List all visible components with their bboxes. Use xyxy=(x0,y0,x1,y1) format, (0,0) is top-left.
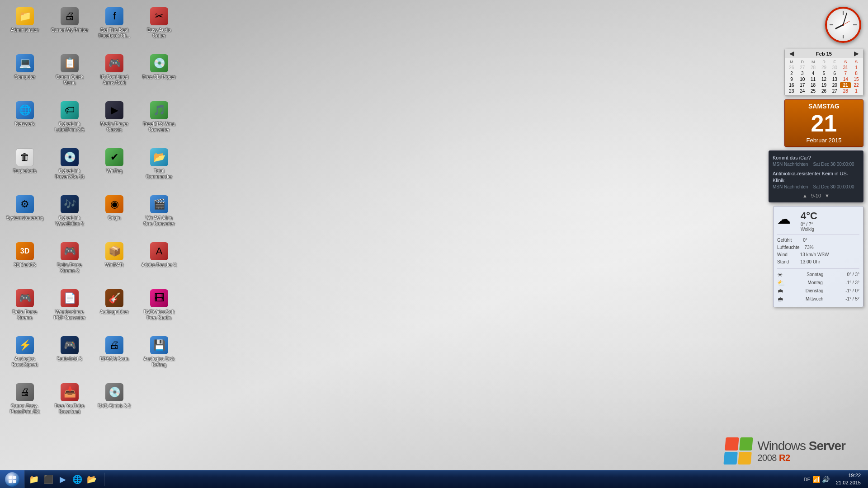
cal-day[interactable]: 24 xyxy=(797,88,808,94)
icon-origin[interactable]: ◉ Origin xyxy=(94,192,135,238)
cal-day[interactable]: 2 xyxy=(786,70,797,76)
icon-free-cd-ripper[interactable]: 💿 Free CD Ripper xyxy=(139,52,179,97)
icon-free-youtube-download[interactable]: 📥 Free YouTube Download xyxy=(49,380,90,426)
icon-canon-my-printer[interactable]: 🖨 Canon My Printer xyxy=(49,5,90,50)
cal-day[interactable]: 19 xyxy=(819,82,830,88)
cal-day[interactable]: 4 xyxy=(808,70,819,76)
icon-cyberlink-labelprint[interactable]: 🏷 CyberLink LabelPrint 2.5 xyxy=(49,99,90,144)
taskbar-folder-icon[interactable]: 📂 xyxy=(85,473,99,486)
icon-systemsteuerung[interactable]: ⚙ Systemsteuerung xyxy=(5,192,45,238)
wondershare-pdf-icon: 📄 xyxy=(61,289,79,307)
news-next-button[interactable]: ▼ xyxy=(825,193,830,198)
cal-day-today[interactable]: 21 xyxy=(840,82,851,88)
cal-day[interactable]: 9 xyxy=(786,76,797,82)
cal-day[interactable]: 25 xyxy=(808,88,819,94)
icon-wintag[interactable]: ✔ WinTag xyxy=(94,145,135,191)
icon-freemp3-wma-converter[interactable]: 🎵 FreeMP3 Wma Converter xyxy=(139,99,179,144)
administrator-icon: 📁 xyxy=(16,7,34,25)
cal-day[interactable]: 22 xyxy=(851,82,862,88)
weather-hi-lo: 0° / 7° xyxy=(801,222,817,227)
network-tray-icon: 📶 xyxy=(812,476,820,483)
icon-delta-force-xtreme2[interactable]: 🎮 Delta Force Xtreme 2 xyxy=(49,239,90,285)
cal-day[interactable]: 10 xyxy=(797,76,808,82)
cal-day[interactable]: 23 xyxy=(786,88,797,94)
icon-audiograbber[interactable]: 🎸 Audiograbber xyxy=(94,286,135,332)
icon-adobe-reader[interactable]: A Adobe Reader X xyxy=(139,239,179,285)
taskbar-cmd-icon[interactable]: ⬛ xyxy=(42,473,55,486)
systemsteuerung-icon: ⚙ xyxy=(16,195,34,213)
icon-cyberlink-power2go[interactable]: 💿 CyberLink Power2Go 10 xyxy=(49,145,90,191)
icon-easy-audio-cutter[interactable]: ✂ Easy Audio Cutter xyxy=(139,5,179,50)
taskbar-explorer-icon[interactable]: 📁 xyxy=(27,473,41,486)
windows-logo-text: Windows Server 2008 R2 xyxy=(757,439,845,463)
forecast-day-monday: Montag xyxy=(807,280,822,285)
cal-day[interactable]: 26 xyxy=(786,65,797,70)
icon-wondershare-pdf[interactable]: 📄 Wondershare PDF Converter xyxy=(49,286,90,332)
icon-total-commander[interactable]: 📂 Total Commander xyxy=(139,145,179,191)
cal-day[interactable]: 7 xyxy=(840,70,851,76)
news-title-2[interactable]: Antibiotika-resistenter Keim in US-Klini… xyxy=(773,170,859,183)
cal-day[interactable]: 1 xyxy=(851,88,862,94)
epson-scan-icon: 🖨 xyxy=(105,336,123,354)
taskbar-clock[interactable]: 19:22 21.02.2015 xyxy=(833,472,863,486)
volume-tray-icon[interactable]: 🔊 xyxy=(822,476,830,483)
icon-netzwerk[interactable]: 🌐 Netzwerk xyxy=(5,99,45,144)
cal-day[interactable]: 14 xyxy=(840,76,851,82)
cal-day[interactable]: 13 xyxy=(829,76,840,82)
netzwerk-icon: 🌐 xyxy=(16,101,34,119)
icon-canon-photoprinit[interactable]: 🖨 Canon Easy-PhotoPrint EX xyxy=(5,380,45,426)
icon-dvd-shrink[interactable]: 💿 DVD Shrink 3.2 xyxy=(94,380,135,426)
icon-canon-quick-menu[interactable]: 📋 Canon Quick Menu xyxy=(49,52,90,97)
cal-day[interactable]: 20 xyxy=(829,82,840,88)
taskbar-ie-icon[interactable]: 🌐 xyxy=(71,473,84,486)
icon-auslogics-disk-defrag[interactable]: 💾 Auslogics Disk Defrag xyxy=(139,333,179,379)
news-prev-button[interactable]: ▲ xyxy=(802,193,807,198)
3dmark03-label: 3DMark03 xyxy=(14,262,36,268)
cal-day[interactable]: 3 xyxy=(797,70,808,76)
io-combined-arms-icon: 🎮 xyxy=(105,54,123,72)
cal-day[interactable]: 18 xyxy=(808,82,819,88)
start-button[interactable] xyxy=(0,470,24,488)
forecast-icon-wednesday: 🌧 xyxy=(777,296,783,303)
cal-day[interactable]: 16 xyxy=(786,82,797,88)
icon-delta-force-xtreme[interactable]: 🎮 Delta Force Xtreme xyxy=(5,286,45,332)
icon-cyberlink-waveeditor[interactable]: 🎶 CyberLink WaveEditor 2 xyxy=(49,192,90,238)
cal-day[interactable]: 26 xyxy=(819,88,830,94)
forecast-day-tuesday: Dienstag xyxy=(806,288,823,293)
cal-day[interactable]: 29 xyxy=(819,65,830,70)
cal-day[interactable]: 6 xyxy=(829,70,840,76)
delta-force-xtreme2-icon: 🎮 xyxy=(61,242,79,260)
taskbar-media-icon[interactable]: ▶ xyxy=(56,473,70,486)
cal-day[interactable]: 28 xyxy=(808,65,819,70)
icon-papierkorb[interactable]: 🗑 Papierkorb xyxy=(5,145,45,191)
cal-day[interactable]: 11 xyxy=(808,76,819,82)
cal-day[interactable]: 27 xyxy=(829,88,840,94)
cal-day[interactable]: 1 xyxy=(851,65,862,70)
cal-day[interactable]: 5 xyxy=(819,70,830,76)
calendar-next-button[interactable]: ▶ xyxy=(852,50,860,57)
cal-day[interactable]: 17 xyxy=(797,82,808,88)
cal-day[interactable]: 8 xyxy=(851,70,862,76)
calendar-prev-button[interactable]: ◀ xyxy=(788,50,796,57)
icon-io-combined-arms[interactable]: 🎮 IO Combined Arms Gold xyxy=(94,52,135,97)
cal-day[interactable]: 30 xyxy=(829,65,840,70)
icon-media-player-classic[interactable]: ▶ Media Player Classic xyxy=(94,99,135,144)
icon-auslogics-boostspeed[interactable]: ⚡ Auslogics BoostSpeed xyxy=(5,333,45,379)
cal-day[interactable]: 15 xyxy=(851,76,862,82)
icon-computer[interactable]: 💻 Computer xyxy=(5,52,45,97)
icon-battlefield3[interactable]: 🎮 Battlefield 3 xyxy=(49,333,90,379)
cal-day[interactable]: 28 xyxy=(840,88,851,94)
icon-administrator[interactable]: 📁 Administrator xyxy=(5,5,45,50)
icon-3dmark03[interactable]: 3D 3DMark03 xyxy=(5,239,45,285)
icon-get-best-facebook[interactable]: f Get The Best Facebook Cli... xyxy=(94,5,135,50)
free-youtube-download-label: Free YouTube Download xyxy=(51,403,88,414)
cal-day[interactable]: 27 xyxy=(797,65,808,70)
news-title-1[interactable]: Kommt das iCar? xyxy=(773,155,859,161)
icon-epson-scan[interactable]: 🖨 EPSON Scan xyxy=(94,333,135,379)
icon-winavi[interactable]: 🎬 WinAVI All in One Converter xyxy=(139,192,179,238)
cal-day[interactable]: 31 xyxy=(840,65,851,70)
cal-day[interactable]: 12 xyxy=(819,76,830,82)
icon-dvdvideosoft[interactable]: 🎞 DVDVideoSoft Free Studio xyxy=(139,286,179,332)
forecast-temps-wednesday: -1° / 5° xyxy=(845,296,859,301)
icon-winrar[interactable]: 📦 WinRAR xyxy=(94,239,135,285)
